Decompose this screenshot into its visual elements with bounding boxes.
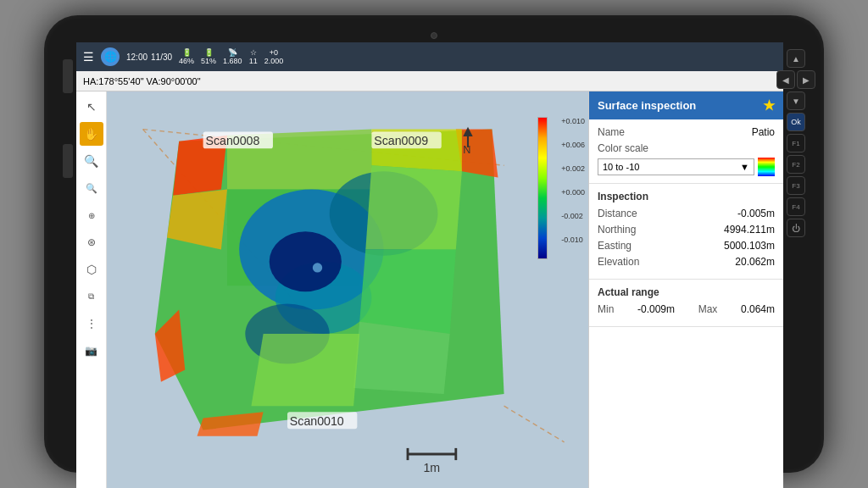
actual-range-title: Actual range xyxy=(598,286,775,298)
cursor-tool[interactable]: ↖ xyxy=(80,95,103,119)
date-display: 11/30 xyxy=(151,53,172,62)
battery2-value: 51% xyxy=(201,57,216,65)
coordinates-text: HA:178°55'40" VA:90°00'00" xyxy=(83,76,201,86)
distance-label: Distance xyxy=(598,208,637,219)
elevation-label: Elevation xyxy=(598,256,639,268)
rotate-tool[interactable]: ⊛ xyxy=(80,230,103,254)
f1-button[interactable]: F1 xyxy=(787,134,805,152)
time-display: 12:00 xyxy=(126,53,147,62)
svg-point-17 xyxy=(270,231,342,291)
camera-tool[interactable]: 📷 xyxy=(80,339,103,363)
pan-tool[interactable]: ✋ xyxy=(80,122,103,146)
svg-marker-21 xyxy=(353,322,450,394)
f3-button[interactable]: F3 xyxy=(787,176,805,195)
screen: ☰ 🌐 12:00 11/30 🔋 46% 🔋 51% 📡 1.68 xyxy=(76,42,783,488)
main-content: ↖ ✋ 🔍 🔍 ⊕ ⊛ ⬡ ⧉ ⋮ 📷 xyxy=(76,92,783,488)
right-panel: Surface inspection ★ Name Patio Color sc… xyxy=(588,92,783,488)
signal-icon: 📡 xyxy=(228,48,237,57)
max-value: 0.064m xyxy=(741,303,775,315)
camera xyxy=(431,32,437,39)
svg-text:Scan0009: Scan0009 xyxy=(374,134,428,147)
distance-row: Distance -0.005m xyxy=(598,208,775,219)
left-bumper-bottom[interactable] xyxy=(63,144,73,178)
svg-text:Scan0010: Scan0010 xyxy=(290,414,344,428)
map-area[interactable]: Scan0008 Scan0009 Scan0010 N xyxy=(107,92,588,488)
svg-marker-22 xyxy=(251,334,359,406)
svg-text:1m: 1m xyxy=(423,461,440,474)
ok-button[interactable]: Ok xyxy=(787,113,805,131)
min-value: -0.009m xyxy=(637,303,675,315)
f4-button[interactable]: F4 xyxy=(787,197,805,216)
left-bumper-top[interactable] xyxy=(63,59,73,93)
northing-label: Northing xyxy=(598,224,636,236)
name-label: Name xyxy=(598,126,625,138)
panel-header: Surface inspection ★ xyxy=(589,92,783,119)
name-value: Patio xyxy=(752,126,775,138)
zoom-out-tool[interactable]: 🔍 xyxy=(80,176,103,200)
svg-marker-7 xyxy=(456,130,498,178)
svg-text:N: N xyxy=(463,143,470,156)
device: ☰ 🌐 12:00 11/30 🔋 46% 🔋 51% 📡 1.68 xyxy=(44,15,824,473)
max-label: Max xyxy=(698,303,718,315)
plus-icon: +0 xyxy=(270,48,278,57)
color-gradient-small xyxy=(758,158,775,176)
right-buttons: ▲ ◀ ▶ ▼ Ok F1 F2 F3 F4 ⏻ xyxy=(783,42,809,488)
value2: 11 xyxy=(249,57,258,65)
easting-value: 5000.103m xyxy=(724,240,775,252)
northing-row: Northing 4994.211m xyxy=(598,224,775,236)
top-bar: ☰ 🌐 12:00 11/30 🔋 46% 🔋 51% 📡 1.68 xyxy=(76,42,783,71)
heatmap-svg: Scan0008 Scan0009 Scan0010 N xyxy=(107,92,588,488)
left-toolbar: ↖ ✋ 🔍 🔍 ⊕ ⊛ ⬡ ⧉ ⋮ 📷 xyxy=(76,92,107,488)
left-buttons xyxy=(59,42,76,488)
value4: 2.000 xyxy=(264,57,284,65)
northing-value: 4994.211m xyxy=(724,224,775,236)
zoom-in-tool[interactable]: 🔍 xyxy=(80,149,103,173)
layers-tool[interactable]: ⧉ xyxy=(80,285,103,308)
3d-view-tool[interactable]: ⬡ xyxy=(80,258,103,281)
inspection-title: Inspection xyxy=(598,191,775,202)
device-top xyxy=(59,32,809,39)
dropdown-arrow-icon: ▼ xyxy=(740,162,749,172)
color-scale-label: Color scale xyxy=(598,142,775,154)
star-top-icon: ☆ xyxy=(250,48,257,57)
panel-title: Surface inspection xyxy=(598,99,696,112)
svg-text:Scan0008: Scan0008 xyxy=(205,134,259,147)
battery-icon: 🔋 xyxy=(182,48,192,57)
easting-row: Easting 5000.103m xyxy=(598,240,775,252)
coordinates-bar: HA:178°55'40" VA:90°00'00" xyxy=(76,71,783,92)
battery1-value: 46% xyxy=(179,57,194,65)
inspection-section: Inspection Distance -0.005m Northing 499… xyxy=(589,184,783,280)
screen-container: ☰ 🌐 12:00 11/30 🔋 46% 🔋 51% 📡 1.68 xyxy=(59,42,809,488)
distance-value: -0.005m xyxy=(737,208,775,219)
name-section: Name Patio Color scale 10 to -10 ▼ xyxy=(589,119,783,184)
menu-icon[interactable]: ☰ xyxy=(83,50,94,64)
actual-range-section: Actual range Min -0.009m Max 0.064m xyxy=(589,280,783,327)
color-scale-dropdown[interactable]: 10 to -10 ▼ xyxy=(598,158,775,176)
svg-marker-19 xyxy=(365,165,462,249)
svg-point-23 xyxy=(313,263,322,272)
elevation-row: Elevation 20.062m xyxy=(598,256,775,268)
power-button[interactable]: ⏻ xyxy=(787,219,805,237)
elevation-value: 20.062m xyxy=(735,256,775,268)
battery2-icon: 🔋 xyxy=(204,48,214,57)
color-scale-labels: +0.010 +0.006 +0.002 +0.000 -0.002 -0.01… xyxy=(561,117,585,259)
value1: 1.680 xyxy=(223,57,242,65)
color-scale-row: Color scale 10 to -10 ▼ xyxy=(598,142,775,176)
more-tool[interactable]: ⋮ xyxy=(80,312,103,336)
map-color-gradient xyxy=(537,117,548,259)
easting-label: Easting xyxy=(598,240,632,252)
dropdown-select[interactable]: 10 to -10 ▼ xyxy=(598,158,754,175)
name-row: Name Patio xyxy=(598,126,775,138)
nav-left-button[interactable]: ◀ xyxy=(776,70,795,89)
dropdown-value: 10 to -10 xyxy=(603,162,639,172)
nav-right-button[interactable]: ▶ xyxy=(797,70,815,89)
f2-button[interactable]: F2 xyxy=(787,155,805,174)
time-group: 12:00 11/30 xyxy=(126,53,172,62)
nav-up-button[interactable]: ▲ xyxy=(787,49,805,68)
zoom-area-tool[interactable]: ⊕ xyxy=(80,203,103,227)
min-label: Min xyxy=(598,303,614,315)
range-row: Min -0.009m Max 0.064m xyxy=(598,303,775,315)
nav-down-button[interactable]: ▼ xyxy=(787,92,805,110)
globe-icon[interactable]: 🌐 xyxy=(101,47,120,66)
favorite-star-icon[interactable]: ★ xyxy=(763,97,775,114)
